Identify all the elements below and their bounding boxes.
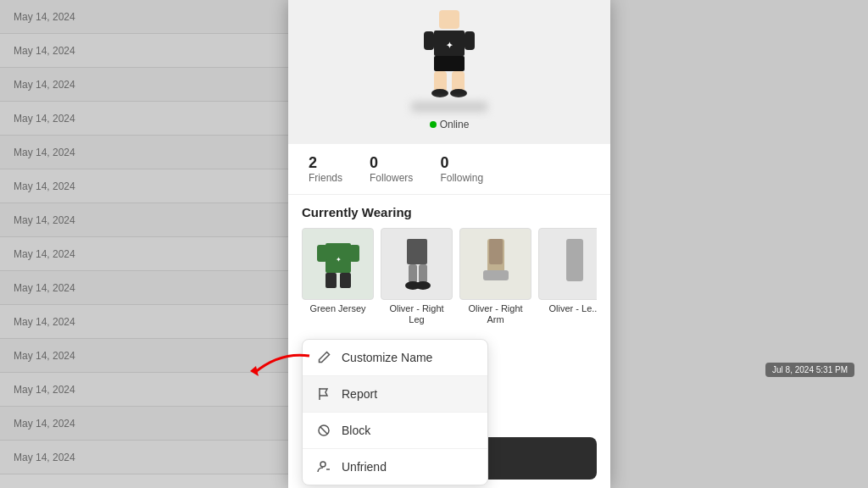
- item-label-right-leg: Oliver - Right Leg: [381, 303, 453, 325]
- stats-row: 2 Friends 0 Followers 0 Following: [288, 144, 610, 195]
- svg-rect-17: [409, 264, 417, 283]
- svg-rect-6: [452, 71, 465, 92]
- following-count: 0: [440, 154, 448, 172]
- svg-text:✦: ✦: [446, 41, 453, 50]
- item-image-left: [538, 228, 597, 300]
- friends-label: Friends: [309, 172, 342, 184]
- followers-label: Followers: [370, 172, 413, 184]
- item-image-jersey: ✦: [302, 228, 374, 300]
- item-image-right-arm: [459, 228, 531, 300]
- list-item: May 14, 2024: [0, 136, 288, 169]
- svg-rect-24: [566, 239, 583, 281]
- stat-followers: 0 Followers: [370, 154, 413, 184]
- person-minus-icon: [316, 459, 331, 474]
- list-item: May 14, 2024: [0, 102, 288, 136]
- svg-rect-5: [434, 71, 447, 92]
- timestamp-bubble: Jul 8, 2024 5:31 PM: [765, 363, 854, 377]
- svg-rect-16: [407, 239, 427, 264]
- svg-point-8: [450, 89, 467, 97]
- currently-wearing-section: Currently Wearing ✦ Green Jersey: [288, 195, 610, 332]
- block-label: Block: [342, 424, 370, 437]
- svg-point-20: [415, 281, 431, 290]
- menu-item-unfriend[interactable]: Unfriend: [303, 449, 487, 485]
- svg-point-7: [431, 89, 448, 97]
- svg-rect-13: [326, 273, 337, 288]
- avatar-figure: ✦: [407, 8, 492, 102]
- online-label: Online: [440, 119, 470, 130]
- svg-rect-14: [340, 273, 351, 288]
- menu-item-block[interactable]: Block: [303, 413, 487, 449]
- item-card-jersey: ✦ Green Jersey: [302, 228, 374, 325]
- timestamp-value: Jul 8, 2024 5:31 PM: [772, 365, 848, 374]
- blurred-username: [411, 102, 487, 112]
- context-menu: Customize Name Report Block: [302, 339, 488, 485]
- friends-count: 2: [309, 154, 317, 172]
- list-item: May 14, 2024: [0, 271, 288, 305]
- online-dot: [430, 121, 437, 128]
- report-label: Report: [342, 387, 377, 401]
- list-item: May 14, 2024: [0, 441, 288, 474]
- item-card-right-leg: Oliver - Right Leg: [381, 228, 453, 325]
- list-item: May 14, 2024: [0, 203, 288, 237]
- svg-rect-23: [483, 270, 509, 280]
- svg-rect-18: [419, 264, 427, 283]
- currently-wearing-title: Currently Wearing: [302, 205, 597, 219]
- svg-text:✦: ✦: [335, 256, 341, 263]
- list-item: May 14, 2024: [0, 305, 288, 339]
- stat-friends: 2 Friends: [309, 154, 342, 184]
- ban-icon: [316, 423, 331, 438]
- svg-rect-22: [489, 239, 503, 264]
- item-label-left: Oliver - Le...: [549, 303, 597, 314]
- avatar-area: ✦ Online: [288, 0, 610, 144]
- item-image-right-leg: [381, 228, 453, 300]
- item-label-right-arm: Oliver - Right Arm: [459, 303, 531, 325]
- svg-line-26: [320, 427, 327, 434]
- svg-rect-11: [317, 245, 327, 262]
- list-item: May 14, 2024: [0, 407, 288, 441]
- svg-rect-2: [424, 31, 434, 50]
- svg-marker-29: [250, 366, 259, 376]
- following-label: Following: [440, 172, 483, 184]
- profile-panel: ✦ Online 2 Friends 0 Followers 0 Followi…: [288, 0, 610, 488]
- background-list: May 14, 2024May 14, 2024May 14, 2024May …: [0, 0, 288, 488]
- list-item: May 14, 2024: [0, 68, 288, 102]
- menu-item-report[interactable]: Report: [303, 376, 487, 413]
- item-card-left: Oliver - Le...: [538, 228, 597, 325]
- menu-item-customize[interactable]: Customize Name: [303, 340, 487, 376]
- items-row: ✦ Green Jersey Oliver - Right Leg: [302, 228, 597, 325]
- svg-point-27: [320, 462, 326, 467]
- stat-following: 0 Following: [440, 154, 483, 184]
- arrow-annotation: [237, 347, 322, 393]
- followers-count: 0: [370, 154, 378, 172]
- unfriend-label: Unfriend: [342, 460, 387, 474]
- customize-name-label: Customize Name: [342, 351, 432, 364]
- list-item: May 14, 2024: [0, 0, 288, 34]
- item-label-jersey: Green Jersey: [309, 303, 365, 314]
- svg-rect-0: [439, 10, 459, 29]
- online-status: Online: [430, 119, 470, 130]
- item-card-right-arm: Oliver - Right Arm: [459, 228, 531, 325]
- list-item: May 14, 2024: [0, 237, 288, 271]
- svg-rect-3: [465, 31, 475, 50]
- svg-rect-12: [349, 245, 359, 262]
- svg-rect-4: [434, 56, 465, 71]
- list-item: May 14, 2024: [0, 34, 288, 68]
- right-panel: [610, 0, 868, 488]
- list-item: May 14, 2024: [0, 169, 288, 203]
